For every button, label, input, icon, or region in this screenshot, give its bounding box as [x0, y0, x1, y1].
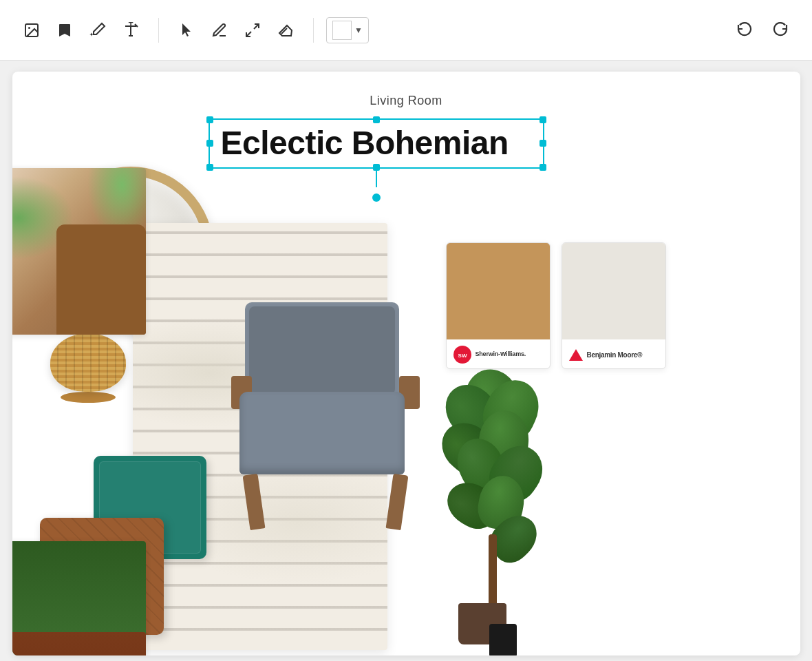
svg-marker-7	[182, 23, 191, 36]
resize-handle-tr[interactable]	[539, 116, 546, 123]
tool-group-drawing	[171, 15, 301, 45]
text-tool-button[interactable]: T	[116, 15, 146, 45]
chair-leg-front-right	[385, 474, 408, 530]
anchor-line	[376, 171, 377, 187]
svg-text:T: T	[129, 22, 133, 29]
anchor-dot[interactable]	[372, 193, 381, 202]
color-picker-button[interactable]: ▼	[326, 17, 369, 43]
benjamin-moore-swatch[interactable]: Benjamin Moore®	[562, 242, 666, 369]
resize-handle-tm[interactable]	[373, 116, 380, 123]
bm-logo-triangle	[569, 349, 583, 361]
resize-tool-button[interactable]	[237, 15, 268, 45]
headline-text-box[interactable]: Eclectic Bohemian	[209, 118, 544, 169]
toolbar-divider-1	[158, 18, 159, 43]
text-icon: T	[122, 22, 139, 39]
svg-point-1	[28, 27, 30, 29]
image-icon	[23, 22, 40, 39]
sw-brand-name: Sherwin-Williams.	[476, 351, 526, 358]
resize-handle-lm[interactable]	[206, 140, 213, 147]
redo-button[interactable]	[765, 15, 795, 45]
sherwin-williams-swatch[interactable]: SW Sherwin-Williams.	[446, 242, 551, 369]
room-label: Living Room	[12, 94, 800, 108]
chair-seat	[239, 392, 405, 474]
bookmark-icon	[56, 22, 73, 39]
undo-button[interactable]	[729, 15, 760, 45]
accent-chair	[226, 288, 425, 529]
resize-handle-br[interactable]	[539, 164, 546, 171]
pen-icon	[211, 22, 228, 39]
chair-back	[245, 302, 399, 399]
brush-tool-button[interactable]	[83, 15, 113, 45]
design-canvas: Living Room Eclectic Bohemian	[12, 72, 800, 655]
undo-redo-group	[729, 15, 795, 45]
select-icon	[178, 22, 195, 39]
bm-logo: Benjamin Moore®	[562, 339, 665, 369]
fiddle-leaf-plant	[438, 369, 548, 655]
color-swatch	[332, 21, 352, 40]
resize-handle-tl[interactable]	[206, 116, 213, 123]
svg-line-9	[246, 32, 251, 36]
resize-icon	[244, 22, 261, 39]
sw-logo: SW Sherwin-Williams.	[447, 339, 550, 369]
image-tool-button[interactable]	[17, 15, 47, 45]
room-inspiration-photo	[12, 168, 146, 335]
sw-color-block	[447, 243, 550, 339]
toolbar: T	[0, 0, 812, 61]
svg-line-8	[254, 24, 259, 29]
chair-leg-front-left	[242, 474, 265, 530]
eraser-tool-button[interactable]	[270, 15, 301, 45]
undo-icon	[736, 22, 753, 39]
bm-color-block	[562, 243, 665, 339]
plant-pot-right	[489, 624, 517, 655]
bm-brand-name: Benjamin Moore®	[587, 351, 643, 359]
headline-text: Eclectic Bohemian	[221, 125, 509, 161]
svg-text:SW: SW	[458, 353, 467, 359]
redo-icon	[772, 22, 789, 39]
brush-icon	[89, 22, 106, 39]
bookmark-tool-button[interactable]	[50, 15, 80, 45]
resize-handle-bm[interactable]	[373, 164, 380, 171]
coffee-table-photo	[12, 541, 146, 655]
rattan-base	[61, 392, 116, 403]
resize-handle-bl[interactable]	[206, 164, 213, 171]
pen-tool-button[interactable]	[204, 15, 235, 45]
rattan-body	[50, 333, 126, 392]
chevron-down-icon: ▼	[354, 25, 363, 35]
resize-handle-rm[interactable]	[539, 140, 546, 147]
eraser-icon	[277, 22, 294, 39]
rattan-basket	[50, 333, 126, 402]
select-tool-button[interactable]	[171, 15, 202, 45]
toolbar-divider-2	[313, 18, 314, 43]
tool-group-media: T	[17, 15, 146, 45]
sw-logo-circle: SW	[453, 346, 471, 364]
